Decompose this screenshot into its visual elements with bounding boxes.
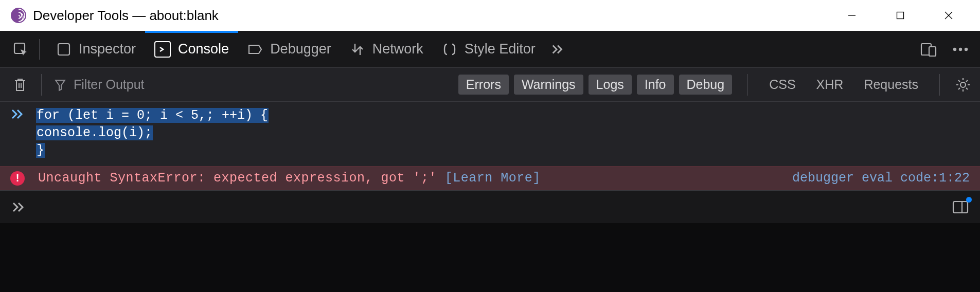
svg-point-12 (960, 82, 966, 87)
console-output: for (let i = 0; i < 5,; ++i) { console.l… (0, 102, 980, 190)
clear-console-button[interactable] (10, 75, 30, 95)
tab-style-editor[interactable]: Style Editor (433, 31, 545, 68)
chevrons-right-icon (550, 42, 565, 57)
svg-rect-8 (929, 47, 936, 56)
filter-output-input[interactable] (74, 77, 248, 92)
responsive-design-button[interactable] (917, 38, 940, 61)
console-input-echo: for (let i = 0; i < 5,; ++i) { console.l… (0, 102, 980, 166)
code-line-1: for (let i = 0; i < 5,; ++i) { (36, 108, 269, 123)
filter-errors-button[interactable]: Errors (458, 75, 509, 95)
tab-network[interactable]: Network (341, 31, 433, 68)
notification-dot-icon (966, 197, 972, 203)
svg-rect-13 (953, 202, 968, 213)
input-prompt-icon (9, 201, 26, 213)
svg-point-11 (965, 47, 968, 50)
console-icon (154, 41, 171, 58)
console-settings-button[interactable] (953, 75, 973, 95)
network-icon (350, 42, 365, 57)
console-toolbar: Errors Warnings Logs Info Debug CSS XHR … (0, 68, 980, 102)
editor-mode-toggle-button[interactable] (950, 197, 971, 217)
tab-label: Console (178, 41, 229, 57)
input-prompt-icon (10, 107, 36, 159)
tor-logo-icon (10, 7, 27, 24)
code-line-2: console.log(i); (36, 125, 153, 140)
filter-logs-button[interactable]: Logs (589, 75, 632, 95)
log-level-filters: Errors Warnings Logs Info Debug (458, 75, 734, 95)
tab-label: Debugger (270, 41, 331, 57)
svg-point-9 (953, 47, 956, 50)
window-title: Developer Tools — about:blank (33, 8, 840, 24)
tabs-overflow-button[interactable] (545, 31, 571, 68)
filter-xhr-button[interactable]: XHR (809, 75, 851, 95)
filter-output-wrap (54, 77, 301, 92)
svg-rect-2 (897, 12, 904, 19)
window-controls (840, 4, 975, 27)
filter-info-button[interactable]: Info (637, 75, 674, 95)
titlebar: Developer Tools — about:blank (0, 0, 980, 31)
separator (747, 74, 748, 96)
console-input-code[interactable]: for (let i = 0; i < 5,; ++i) { console.l… (36, 107, 269, 159)
filter-css-button[interactable]: CSS (761, 75, 803, 95)
code-line-3: } (36, 143, 45, 158)
tab-label: Network (372, 41, 423, 57)
console-input-bar[interactable] (0, 190, 980, 223)
console-error-row[interactable]: ! Uncaught SyntaxError: expected express… (0, 166, 980, 190)
maximize-button[interactable] (888, 4, 912, 27)
tab-inspector[interactable]: Inspector (47, 31, 145, 68)
error-source-link[interactable]: debugger eval code:1:22 (792, 171, 970, 186)
minimize-button[interactable] (840, 4, 864, 27)
learn-more-link[interactable]: [Learn More] (445, 171, 541, 186)
devtools-tabbar: Inspector Console Debugger Network Style… (0, 31, 980, 68)
style-editor-icon (442, 42, 457, 57)
separator (41, 74, 42, 96)
separator (39, 39, 40, 60)
debugger-icon (247, 42, 263, 57)
tab-label: Inspector (79, 41, 136, 57)
separator (939, 74, 940, 96)
svg-rect-6 (58, 44, 69, 55)
kebab-menu-button[interactable] (949, 38, 972, 61)
error-message: Uncaught SyntaxError: expected expressio… (38, 171, 772, 186)
funnel-icon (54, 78, 66, 92)
element-picker-button[interactable] (9, 38, 32, 61)
filter-warnings-button[interactable]: Warnings (514, 75, 583, 95)
filter-requests-button[interactable]: Requests (856, 75, 926, 95)
close-button[interactable] (937, 4, 960, 27)
error-icon: ! (10, 171, 25, 186)
svg-point-10 (959, 47, 962, 50)
tab-console[interactable]: Console (145, 31, 238, 68)
tab-debugger[interactable]: Debugger (238, 31, 341, 68)
filter-debug-button[interactable]: Debug (679, 75, 733, 95)
tab-label: Style Editor (465, 41, 536, 57)
inspector-icon (56, 42, 72, 57)
